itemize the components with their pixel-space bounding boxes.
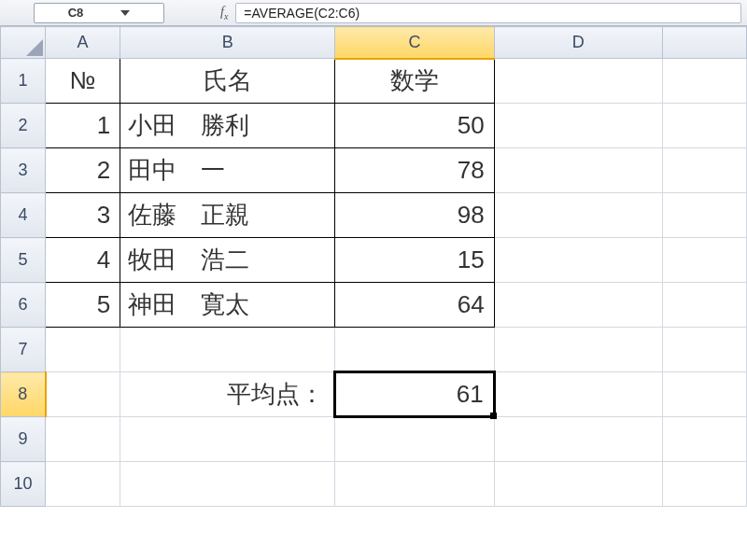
row-9: 9 [1, 417, 747, 462]
column-header-row: A B C D [1, 27, 747, 59]
cell-E6[interactable] [662, 283, 746, 328]
cell-E10[interactable] [662, 462, 746, 507]
row-header-9[interactable]: 9 [1, 417, 46, 462]
cell-C9[interactable] [335, 417, 494, 462]
cell-B8[interactable]: 平均点： [120, 372, 335, 417]
name-box-dropdown-icon[interactable] [120, 10, 130, 16]
row-header-1[interactable]: 1 [1, 59, 46, 104]
row-header-2[interactable]: 2 [1, 104, 46, 148]
cell-C6[interactable]: 64 [335, 283, 494, 328]
cell-C10[interactable] [335, 462, 494, 507]
col-header-A[interactable]: A [46, 27, 120, 59]
col-header-D[interactable]: D [494, 27, 662, 59]
row-header-6[interactable]: 6 [1, 283, 46, 328]
cell-D7[interactable] [494, 328, 662, 372]
cell-C2[interactable]: 50 [335, 104, 494, 148]
cell-E2[interactable] [662, 104, 746, 148]
row-8: 8 平均点： 61 [1, 372, 747, 417]
cell-B10[interactable] [120, 462, 335, 507]
row-header-7[interactable]: 7 [1, 328, 46, 372]
cell-A10[interactable] [46, 462, 120, 507]
cell-C5[interactable]: 15 [335, 238, 494, 283]
cell-A4[interactable]: 3 [46, 193, 120, 238]
row-6: 6 5 神田 寛太 64 [1, 283, 747, 328]
cell-E3[interactable] [662, 148, 746, 193]
cell-A6[interactable]: 5 [46, 283, 120, 328]
formula-bar: C8 fx =AVERAGE(C2:C6) [0, 0, 747, 26]
cell-E8[interactable] [662, 372, 746, 417]
cell-A1[interactable]: № [46, 59, 120, 104]
col-header-E[interactable] [662, 27, 746, 59]
row-header-4[interactable]: 4 [1, 193, 46, 238]
cell-C4[interactable]: 98 [335, 193, 494, 238]
col-header-C[interactable]: C [335, 27, 494, 59]
worksheet[interactable]: A B C D 1 № 氏名 数学 2 1 小田 勝利 50 3 2 田中 一 … [0, 26, 747, 507]
cell-D3[interactable] [494, 148, 662, 193]
row-2: 2 1 小田 勝利 50 [1, 104, 747, 148]
formula-text: =AVERAGE(C2:C6) [244, 6, 359, 21]
cell-D6[interactable] [494, 283, 662, 328]
cell-D5[interactable] [494, 238, 662, 283]
cell-D2[interactable] [494, 104, 662, 148]
cell-B6[interactable]: 神田 寛太 [120, 283, 335, 328]
cell-B2[interactable]: 小田 勝利 [120, 104, 335, 148]
cell-D10[interactable] [494, 462, 662, 507]
row-header-3[interactable]: 3 [1, 148, 46, 193]
row-header-8[interactable]: 8 [1, 372, 46, 417]
cell-B3[interactable]: 田中 一 [120, 148, 335, 193]
row-7: 7 [1, 328, 747, 372]
fx-icon[interactable]: fx [220, 5, 228, 21]
cell-E9[interactable] [662, 417, 746, 462]
cell-A3[interactable]: 2 [46, 148, 120, 193]
cell-B1[interactable]: 氏名 [120, 59, 335, 104]
cell-E1[interactable] [662, 59, 746, 104]
cell-grid[interactable]: A B C D 1 № 氏名 数学 2 1 小田 勝利 50 3 2 田中 一 … [0, 26, 747, 507]
cell-D1[interactable] [494, 59, 662, 104]
cell-B5[interactable]: 牧田 浩二 [120, 238, 335, 283]
cell-D8[interactable] [494, 372, 662, 417]
cell-A5[interactable]: 4 [46, 238, 120, 283]
name-box-value: C8 [68, 6, 84, 20]
cell-E7[interactable] [662, 328, 746, 372]
cell-C8-selected[interactable]: 61 [335, 372, 494, 417]
cell-A2[interactable]: 1 [46, 104, 120, 148]
cell-C7[interactable] [335, 328, 494, 372]
cell-C3[interactable]: 78 [335, 148, 494, 193]
row-5: 5 4 牧田 浩二 15 [1, 238, 747, 283]
cell-D4[interactable] [494, 193, 662, 238]
row-10: 10 [1, 462, 747, 507]
row-3: 3 2 田中 一 78 [1, 148, 747, 193]
cell-E5[interactable] [662, 238, 746, 283]
name-box[interactable]: C8 [34, 3, 164, 23]
row-header-10[interactable]: 10 [1, 462, 46, 507]
formula-input[interactable]: =AVERAGE(C2:C6) [235, 3, 741, 23]
cell-C1[interactable]: 数学 [335, 59, 494, 104]
cell-A7[interactable] [46, 328, 120, 372]
row-header-5[interactable]: 5 [1, 238, 46, 283]
cell-A8[interactable] [46, 372, 120, 417]
cell-B9[interactable] [120, 417, 335, 462]
cell-B4[interactable]: 佐藤 正親 [120, 193, 335, 238]
row-1: 1 № 氏名 数学 [1, 59, 747, 104]
cell-D9[interactable] [494, 417, 662, 462]
select-all-corner[interactable] [1, 27, 46, 59]
col-header-B[interactable]: B [120, 27, 335, 59]
cell-A9[interactable] [46, 417, 120, 462]
cell-B7[interactable] [120, 328, 335, 372]
row-4: 4 3 佐藤 正親 98 [1, 193, 747, 238]
cell-E4[interactable] [662, 193, 746, 238]
